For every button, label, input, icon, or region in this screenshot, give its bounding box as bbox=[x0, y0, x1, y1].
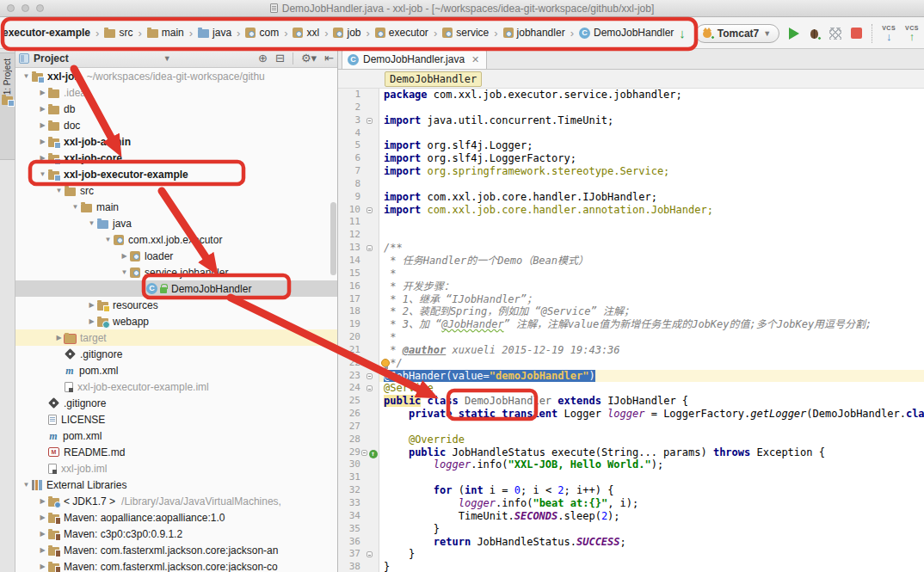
tree-item-doc[interactable]: ▶doc bbox=[15, 117, 337, 133]
tree-item-com-xxl-job-executor[interactable]: ▼com.xxl.job.executor bbox=[15, 231, 337, 248]
fold-marker-icon[interactable] bbox=[367, 245, 373, 251]
chevron-closed-icon[interactable]: ▶ bbox=[37, 563, 48, 570]
tree-item-maven-com-fasterxml-jackson-core-jackson-co[interactable]: ▶Maven: com.fasterxml.jackson.core:jacks… bbox=[15, 558, 337, 572]
tree-item-xxl-job-executor-example[interactable]: ▼xxl-job-executor-example bbox=[15, 166, 337, 182]
tree-item-webapp[interactable]: ▶webapp bbox=[15, 313, 337, 329]
chevron-closed-icon[interactable]: ▶ bbox=[37, 89, 48, 96]
chevron-open-icon[interactable]: ▼ bbox=[21, 72, 32, 80]
code-line-8[interactable] bbox=[384, 178, 924, 191]
fold-marker-icon[interactable] bbox=[361, 450, 367, 456]
code-line-10[interactable]: import com.xxl.job.core.handler.annotati… bbox=[384, 204, 924, 217]
code-line-11[interactable] bbox=[384, 216, 924, 229]
code-line-32[interactable]: for (int i = 0; i < 2; i++) { bbox=[384, 484, 924, 497]
code-line-13[interactable]: /** bbox=[384, 242, 924, 255]
tree-item-pom-xml[interactable]: mpom.xml bbox=[15, 362, 337, 378]
fold-marker-icon[interactable] bbox=[367, 118, 373, 124]
chevron-open-icon[interactable]: ▼ bbox=[21, 481, 32, 489]
code-line-33[interactable]: logger.info("beat at:{}", i); bbox=[384, 497, 924, 510]
project-panel-title-group[interactable]: Project bbox=[19, 52, 69, 65]
chevron-closed-icon[interactable]: ▶ bbox=[37, 497, 48, 505]
code-line-17[interactable]: * 1、继承 “IJobHandler”； bbox=[384, 293, 924, 306]
tree-scrollbar-thumb[interactable] bbox=[330, 202, 336, 275]
tree-item-idea[interactable]: ▶.idea bbox=[15, 84, 337, 101]
intention-bulb-icon[interactable] bbox=[381, 359, 390, 367]
code-line-18[interactable]: * 2、装配到Spring，例如加 “@Service” 注解； bbox=[384, 305, 924, 318]
chevron-closed-icon[interactable]: ▶ bbox=[37, 514, 48, 521]
code-line-34[interactable]: TimeUnit.SECONDS.sleep(2); bbox=[384, 510, 924, 523]
vcs-commit-button[interactable]: VCS↑ bbox=[905, 25, 919, 42]
chevron-closed-icon[interactable]: ▶ bbox=[37, 105, 48, 113]
chevron-closed-icon[interactable]: ▶ bbox=[53, 334, 65, 341]
panel-title-chevron-icon[interactable]: ▼ bbox=[163, 54, 171, 63]
run-configuration-select[interactable]: Tomcat7 ▼ bbox=[695, 24, 779, 43]
code-content[interactable]: package com.xxl.job.executor.service.job… bbox=[379, 89, 924, 572]
code-line-3[interactable]: import java.util.concurrent.TimeUnit; bbox=[384, 114, 924, 127]
tree-item-service-jobhandler[interactable]: ▼service.jobhandler bbox=[15, 264, 337, 280]
code-line-25[interactable]: public class DemoJobHandler extends IJob… bbox=[384, 395, 924, 408]
breadcrumb-item[interactable]: CDemoJobHandler bbox=[578, 25, 675, 40]
tree-item-demojobhandler[interactable]: CDemoJobHandler bbox=[15, 280, 337, 297]
code-line-38[interactable]: } bbox=[384, 561, 924, 572]
chevron-closed-icon[interactable]: ▶ bbox=[37, 121, 48, 129]
tree-item-maven-com-fasterxml-jackson-core-jackson-an[interactable]: ▶Maven: com.fasterxml.jackson.core:jacks… bbox=[15, 542, 337, 558]
hide-panel-icon[interactable]: ⇤ bbox=[324, 52, 334, 65]
tree-item-xxl-job[interactable]: ▼xxl-job~/workspaces/idea-git-workspace/… bbox=[15, 68, 337, 84]
breadcrumb-item[interactable]: xxl bbox=[292, 25, 320, 40]
chevron-closed-icon[interactable]: ▶ bbox=[86, 317, 97, 325]
fold-marker-icon[interactable] bbox=[367, 207, 373, 213]
code-line-22[interactable]: */ bbox=[384, 357, 924, 370]
code-line-16[interactable]: * 开发步骤： bbox=[384, 280, 924, 293]
breadcrumb-item[interactable]: job bbox=[332, 25, 361, 40]
stop-button[interactable] bbox=[851, 28, 862, 39]
editor-context-tag[interactable]: DemoJobHandler bbox=[385, 71, 482, 87]
project-tool-window-button[interactable]: 1: Project bbox=[0, 52, 15, 160]
code-line-2[interactable] bbox=[384, 101, 924, 114]
breadcrumb-item[interactable]: main bbox=[146, 25, 185, 40]
code-line-15[interactable]: * bbox=[384, 268, 924, 280]
code-line-31[interactable] bbox=[384, 471, 924, 484]
chevron-closed-icon[interactable]: ▶ bbox=[37, 530, 48, 538]
breadcrumb-item[interactable]: jobhandler bbox=[502, 25, 566, 40]
coverage-button[interactable] bbox=[829, 28, 841, 40]
breadcrumb-item[interactable]: executor-example bbox=[2, 25, 91, 40]
code-line-23[interactable]: @JobHander(value="demoJobHandler") bbox=[379, 370, 924, 383]
tree-item-license[interactable]: LICENSE bbox=[15, 411, 337, 427]
code-line-30[interactable]: logger.info("XXL-JOB, Hello World."); bbox=[384, 458, 924, 471]
tree-item-jdk1-7[interactable]: ▶< JDK1.7 >/Library/Java/JavaVirtualMach… bbox=[15, 493, 337, 509]
chevron-closed-icon[interactable]: ▶ bbox=[37, 154, 48, 162]
tree-item-maven-aopalliance-aopalliance-1-0[interactable]: ▶Maven: aopalliance:aopalliance:1.0 bbox=[15, 509, 337, 526]
breadcrumb-item[interactable]: service bbox=[441, 25, 490, 40]
code-line-27[interactable] bbox=[384, 421, 924, 434]
tree-item-readme-md[interactable]: MREADME.md bbox=[15, 444, 337, 460]
chevron-closed-icon[interactable]: ▶ bbox=[86, 301, 97, 309]
code-line-24[interactable]: @Service bbox=[384, 382, 924, 395]
tree-item-java[interactable]: ▼java bbox=[15, 215, 337, 231]
code-line-4[interactable] bbox=[384, 127, 924, 140]
code-line-26[interactable]: private static transient Logger logger =… bbox=[384, 408, 924, 421]
code-line-14[interactable]: * 任务Handler的一个Demo（Bean模式） bbox=[384, 255, 924, 268]
collapse-all-icon[interactable]: ⊟ bbox=[275, 52, 285, 65]
tree-item-gitignore[interactable]: .gitignore bbox=[15, 395, 337, 411]
fold-marker-icon[interactable] bbox=[367, 373, 373, 379]
chevron-open-icon[interactable]: ▼ bbox=[86, 219, 97, 227]
breadcrumb-item[interactable]: src bbox=[103, 25, 133, 40]
code-line-21[interactable]: * @author xuxueli 2015-12-19 19:43:36 bbox=[384, 344, 924, 357]
tree-item-pom-xml[interactable]: mpom.xml bbox=[15, 427, 337, 444]
code-line-9[interactable]: import com.xxl.job.core.handler.IJobHand… bbox=[384, 191, 924, 204]
code-line-36[interactable]: return JobHandleStatus.SUCCESS; bbox=[384, 536, 924, 549]
tree-item-target[interactable]: ▶target bbox=[15, 329, 337, 346]
code-line-6[interactable]: import org.slf4j.LoggerFactory; bbox=[384, 152, 924, 165]
chevron-open-icon[interactable]: ▼ bbox=[70, 203, 81, 211]
chevron-open-icon[interactable]: ▼ bbox=[53, 187, 65, 194]
breadcrumb-item[interactable]: com bbox=[244, 25, 280, 40]
breadcrumb-item[interactable]: executor bbox=[374, 25, 429, 40]
tree-item-xxl-job-admin[interactable]: ▶xxl-job-admin bbox=[15, 133, 337, 150]
chevron-closed-icon[interactable]: ▶ bbox=[37, 546, 48, 554]
gear-icon[interactable]: ⚙▾ bbox=[301, 52, 317, 65]
code-line-28[interactable]: @Override bbox=[384, 434, 924, 446]
code-line-37[interactable]: } bbox=[384, 548, 924, 561]
fold-marker-icon[interactable] bbox=[367, 385, 373, 391]
close-tab-icon[interactable]: ✕ bbox=[471, 54, 479, 65]
editor-tab[interactable]: C DemoJobHandler.java ✕ bbox=[342, 49, 487, 69]
vcs-update-button[interactable]: VCS↓ bbox=[882, 25, 896, 42]
